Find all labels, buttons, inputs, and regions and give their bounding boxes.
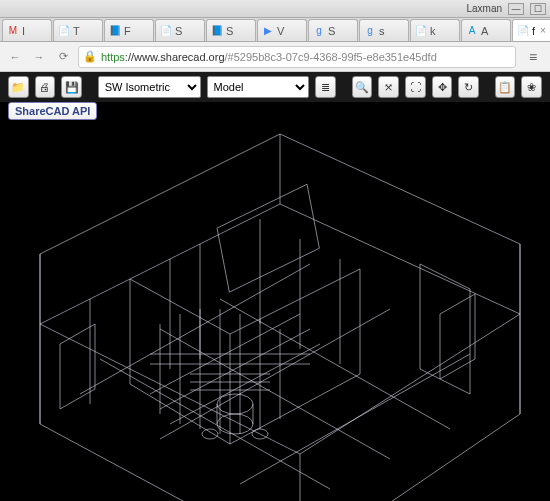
settings-button[interactable]: ❀ [521,76,542,98]
tab-label: F [124,25,131,37]
tab-favicon: 📄 [415,25,427,37]
browser-tab[interactable]: AA [461,19,511,41]
window-titlebar: Laxman — ☐ [0,0,550,18]
rotate-button[interactable]: ↻ [458,76,479,98]
tab-label: f [532,25,535,37]
close-icon[interactable]: × [540,25,546,36]
minimize-button[interactable]: — [508,3,524,15]
layers-icon: ≣ [321,81,330,94]
clipboard-icon: 📋 [498,81,512,94]
tab-favicon: 📄 [160,25,172,37]
browser-tab[interactable]: 📄T [53,19,103,41]
tab-favicon: 📄 [517,25,529,37]
zoom-in-icon: 🔍 [355,81,369,94]
share-button[interactable]: 📋 [495,76,516,98]
window-user: Laxman [466,3,502,14]
tab-favicon: 📘 [109,25,121,37]
browser-tab[interactable]: gs [359,19,409,41]
url-text: https://www.sharecad.org/#5295b8c3-07c9-… [101,50,437,64]
fit-button[interactable]: ⛶ [405,76,426,98]
zoom-extents-button[interactable]: ⤧ [378,76,399,98]
app-toolbar: 📁 🖨 💾 SW Isometric Model ≣ 🔍 ⤧ ⛶ ✥ ↻ 📋 ❀ [0,72,550,102]
browser-tab[interactable]: 📄k [410,19,460,41]
fit-icon: ⛶ [410,81,421,93]
tab-label: k [430,25,436,37]
tab-favicon: 📄 [58,25,70,37]
layers-button[interactable]: ≣ [315,76,336,98]
rotate-icon: ↻ [464,81,473,94]
forward-icon[interactable]: → [30,48,48,66]
svg-line-3 [160,329,390,459]
tab-label: V [277,25,284,37]
browser-tabstrip: MI📄T📘F📄S📘S▶VgSgs📄kAA📄f× [0,18,550,42]
menu-icon[interactable]: ≡ [522,46,544,68]
api-link-row: ShareCAD API [0,102,550,124]
gear-icon: ❀ [527,81,536,94]
tab-label: S [226,25,233,37]
zoom-in-button[interactable]: 🔍 [352,76,373,98]
browser-tab[interactable]: gS [308,19,358,41]
sharecad-api-button[interactable]: ShareCAD API [8,102,97,120]
tab-label: s [379,25,385,37]
tab-label: S [175,25,182,37]
cad-viewer[interactable]: PDF to DWG [0,124,550,501]
tab-label: A [481,25,488,37]
zoom-extents-icon: ⤧ [384,81,393,94]
svg-line-2 [100,359,330,489]
browser-address-bar: ← → ⟳ 🔒 https://www.sharecad.org/#5295b8… [0,42,550,72]
pan-icon: ✥ [438,81,447,94]
browser-tab[interactable]: 📄f× [512,19,550,41]
print-button[interactable]: 🖨 [35,76,56,98]
tab-label: T [73,25,80,37]
browser-tab[interactable]: 📘S [206,19,256,41]
browser-tab[interactable]: MI [2,19,52,41]
tab-label: S [328,25,335,37]
tab-favicon: g [313,25,325,37]
browser-tab[interactable]: ▶V [257,19,307,41]
print-icon: 🖨 [39,81,50,93]
space-select[interactable]: Model [207,76,310,98]
pan-button[interactable]: ✥ [432,76,453,98]
maximize-button[interactable]: ☐ [530,3,546,15]
svg-rect-8 [217,184,319,292]
tab-favicon: ▶ [262,25,274,37]
svg-point-9 [217,414,253,434]
save-button[interactable]: 💾 [61,76,82,98]
tab-favicon: 📘 [211,25,223,37]
url-input[interactable]: 🔒 https://www.sharecad.org/#5295b8c3-07c… [78,46,516,68]
tab-favicon: g [364,25,376,37]
tab-favicon: M [7,25,19,37]
svg-line-5 [80,264,310,394]
save-icon: 💾 [65,81,79,94]
open-button[interactable]: 📁 [8,76,29,98]
browser-tab[interactable]: 📄S [155,19,205,41]
view-select[interactable]: SW Isometric [98,76,201,98]
browser-tab[interactable]: 📘F [104,19,154,41]
reload-icon[interactable]: ⟳ [54,48,72,66]
wireframe-drawing [0,124,550,501]
lock-icon: 🔒 [83,50,97,63]
tab-favicon: A [466,25,478,37]
back-icon[interactable]: ← [6,48,24,66]
tab-label: I [22,25,25,37]
svg-point-13 [202,429,218,439]
svg-line-7 [240,354,470,484]
folder-icon: 📁 [11,81,25,94]
